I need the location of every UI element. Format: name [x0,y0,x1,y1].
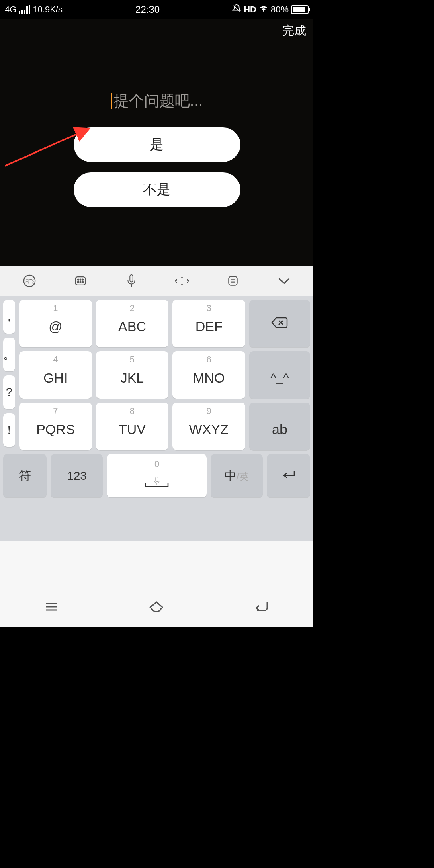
voice-input-icon[interactable] [123,272,140,290]
svg-rect-12 [229,276,237,285]
cursor-move-icon[interactable] [173,272,191,290]
signal-icon [19,6,30,14]
ime-logo-icon[interactable]: 讯飞 [20,272,38,290]
option-no-button[interactable]: 不是 [74,172,240,207]
key-9[interactable]: 9WXYZ [172,403,245,450]
question-widget: 提个问题吧... 是 不是 [0,91,313,207]
keyboard-settings-icon[interactable] [72,272,89,290]
key-6[interactable]: 6MNO [172,351,245,399]
latin-mode-key[interactable]: ab [249,403,310,450]
numeric-key[interactable]: 123 [51,454,103,497]
punctuation-column: ， 。 ？ ！ [3,300,15,450]
status-bar: 4G 10.9K/s 22:30 HD 80% [0,0,313,19]
back-button[interactable] [253,600,270,614]
svg-point-6 [82,279,83,280]
android-nav-bar [0,587,313,627]
svg-rect-10 [130,275,133,282]
home-button[interactable] [147,600,165,614]
hd-label: HD [244,4,256,15]
space-key[interactable]: 0 [107,454,207,497]
svg-point-9 [82,281,83,283]
text-cursor [111,93,112,109]
key-1[interactable]: 1@ [19,300,92,347]
svg-text:讯飞: 讯飞 [24,278,35,285]
wifi-icon [259,4,268,15]
enter-icon [280,469,297,483]
mute-icon [232,4,241,15]
svg-point-8 [80,281,81,283]
key-8[interactable]: 8TUV [96,403,169,450]
emoji-key[interactable]: ^_^ [249,351,310,399]
network-speed-label: 10.9K/s [33,4,63,15]
svg-point-5 [80,279,81,280]
collapse-keyboard-icon[interactable] [275,272,293,290]
story-question-editor: 完成 提个问题吧... 是 不是 [0,19,313,266]
question-mark-key[interactable]: ？ [3,375,15,409]
enter-key[interactable] [267,454,310,497]
comma-key[interactable]: ， [3,300,15,334]
svg-point-4 [78,279,79,280]
key-7[interactable]: 7PQRS [19,403,92,450]
period-key[interactable]: 。 [3,338,15,371]
key-3[interactable]: 3DEF [172,300,245,347]
question-placeholder: 提个问题吧... [114,92,203,109]
backspace-key[interactable] [249,300,310,347]
space-icon [144,472,170,492]
status-right: HD 80% [232,4,309,15]
language-toggle-key[interactable]: 中/英 [211,454,263,497]
done-button[interactable]: 完成 [282,23,306,39]
keyboard-toolbar: 讯飞 [0,266,313,296]
battery-pct-label: 80% [271,4,289,15]
svg-point-7 [78,281,79,283]
t9-keys: 1@ 2ABC 3DEF 4GHI 5JKL 6MNO ^_^ 7PQRS 8T… [19,300,310,450]
keyboard: ， 。 ？ ！ 1@ 2ABC 3DEF 4GHI 5JKL 6MNO ^_^ … [0,296,313,541]
clipboard-icon[interactable] [224,272,242,290]
backspace-icon [271,316,289,331]
key-5[interactable]: 5JKL [96,351,169,399]
status-left: 4G 10.9K/s [5,4,63,15]
exclamation-key[interactable]: ！ [3,413,15,447]
recent-apps-button[interactable] [44,600,60,613]
key-4[interactable]: 4GHI [19,351,92,399]
clock-label: 22:30 [63,4,232,15]
key-2[interactable]: 2ABC [96,300,169,347]
network-type-label: 4G [5,4,16,15]
symbols-key[interactable]: 符 [3,454,47,497]
battery-icon [291,5,309,14]
question-input[interactable]: 提个问题吧... [111,91,203,111]
option-yes-button[interactable]: 是 [74,127,240,162]
svg-rect-3 [75,277,86,285]
